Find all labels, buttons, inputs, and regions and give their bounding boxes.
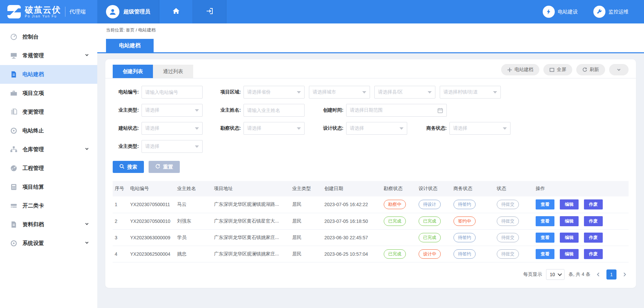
wrench-icon bbox=[593, 6, 605, 18]
search-button[interactable]: 搜索 bbox=[113, 161, 144, 173]
per-page-label: 每页显示 bbox=[523, 271, 542, 278]
sidebar-item-station-archive[interactable]: 电站建档 bbox=[0, 65, 97, 84]
sidebar-item-console[interactable]: 控制台 bbox=[0, 27, 97, 46]
pagination: 每页显示 10 条, 共 4 条 1 bbox=[105, 262, 636, 288]
owner-type2-select[interactable]: 请选择 bbox=[142, 140, 203, 153]
owner-name-input[interactable] bbox=[244, 104, 305, 117]
chevron-down-icon bbox=[616, 67, 621, 72]
view-button[interactable]: 查看 bbox=[536, 249, 554, 259]
collapse-toolbar-button[interactable] bbox=[609, 64, 629, 75]
sidebar-item-change-mgmt[interactable]: 变更管理 bbox=[0, 103, 97, 121]
home-button[interactable] bbox=[159, 0, 193, 23]
home-icon bbox=[172, 7, 180, 16]
void-button[interactable]: 作废 bbox=[584, 199, 603, 209]
refresh-button[interactable]: 刷新 bbox=[576, 64, 605, 75]
date-range-input[interactable]: 请选择日期范围 bbox=[346, 104, 447, 117]
page-tab-station-archive[interactable]: 电站建档 bbox=[106, 39, 154, 52]
design-status-select[interactable]: 请选择 bbox=[346, 122, 407, 135]
status-badge: 待签约 bbox=[453, 233, 476, 242]
sidebar-item-data-archive[interactable]: 资料归档 bbox=[0, 215, 97, 234]
station-no-label: 电站编号: bbox=[113, 89, 139, 95]
void-button[interactable]: 作废 bbox=[584, 233, 603, 243]
station-no-input[interactable] bbox=[142, 86, 203, 99]
owner-type2-label: 业主类型: bbox=[113, 143, 139, 149]
add-station-button[interactable]: 电站建档 bbox=[501, 64, 539, 75]
province-select[interactable]: 请选择省份 bbox=[244, 86, 305, 99]
status-badge: 已完成 bbox=[419, 217, 441, 226]
nav-monitor-ops[interactable]: 监控运维 bbox=[593, 0, 629, 23]
status-badge: 待签约 bbox=[453, 200, 476, 209]
filter-actions: 搜索 重置 bbox=[105, 158, 636, 174]
header-spacer bbox=[226, 0, 543, 23]
tab-create-list[interactable]: 创建列表 bbox=[113, 65, 153, 78]
stop-circle-icon bbox=[10, 127, 17, 134]
void-button[interactable]: 作废 bbox=[584, 249, 603, 259]
gauge-icon bbox=[10, 165, 17, 172]
sidebar-item-class2-card[interactable]: 开二类卡 bbox=[0, 196, 97, 215]
city-select[interactable]: 请选择城市 bbox=[309, 86, 370, 99]
logout-button[interactable] bbox=[193, 0, 226, 23]
status-badge: 待签约 bbox=[453, 249, 476, 259]
fullscreen-button[interactable]: 全屏 bbox=[543, 64, 572, 75]
fullscreen-icon bbox=[549, 67, 554, 72]
status-badge: 已完成 bbox=[384, 249, 406, 259]
sidebar-item-warehouse[interactable]: 仓库管理 bbox=[0, 140, 97, 159]
table-row: 2 YX2023070500010 刘强东 广东深圳龙华区黄石镇星官大... 居… bbox=[113, 213, 629, 229]
build-status-select[interactable]: 请选择 bbox=[142, 122, 203, 135]
sidebar-item-station-terminate[interactable]: 电站终止 bbox=[0, 121, 97, 140]
calculator-icon bbox=[10, 183, 17, 191]
view-button[interactable]: 查看 bbox=[536, 216, 554, 226]
tab-passed-list[interactable]: 通过列表 bbox=[153, 65, 193, 78]
next-page-button[interactable] bbox=[621, 272, 629, 277]
reset-button[interactable]: 重置 bbox=[149, 161, 180, 173]
edit-button[interactable]: 编辑 bbox=[560, 233, 579, 243]
logo-subtitle: Po Jian Yun Fu bbox=[25, 14, 61, 18]
per-page-select[interactable]: 10 bbox=[546, 269, 565, 280]
caret-down-icon bbox=[297, 91, 301, 94]
status-badge: 签约中 bbox=[453, 217, 476, 226]
sidebar-item-system-settings[interactable]: 系统设置 bbox=[0, 234, 97, 253]
refresh-icon bbox=[582, 67, 587, 72]
user-menu[interactable]: 超级管理员 bbox=[97, 0, 159, 23]
document-icon bbox=[10, 71, 17, 78]
survey-status-select[interactable]: 请选择 bbox=[244, 122, 305, 135]
caret-down-icon bbox=[195, 127, 199, 130]
town-select[interactable]: 请选择村镇/街道 bbox=[440, 86, 501, 99]
bolt-icon bbox=[543, 6, 555, 18]
page-tab-strip: 电站建档 bbox=[97, 37, 644, 53]
caret-down-icon bbox=[297, 127, 301, 130]
edit-button[interactable]: 编辑 bbox=[560, 249, 579, 259]
total-label: 条, 共 4 条 bbox=[569, 271, 590, 278]
chevron-down-icon bbox=[85, 222, 89, 228]
sidebar-item-project-setup[interactable]: 项目立项 bbox=[0, 84, 97, 103]
caret-down-icon bbox=[399, 127, 404, 130]
logo-text: 破茧云伏 Po Jian Yun Fu bbox=[25, 5, 61, 18]
table-header-row: 序号 电站编号 业主姓名 项目地址 业主类型 创建日期 勘察状态 设计状态 商务… bbox=[113, 181, 629, 196]
business-status-select[interactable]: 请选择 bbox=[449, 122, 511, 135]
edit-button[interactable]: 编辑 bbox=[560, 216, 579, 226]
owner-type-select[interactable]: 请选择 bbox=[142, 104, 203, 117]
sidebar-item-engineering[interactable]: 工程管理 bbox=[0, 159, 97, 178]
view-button[interactable]: 查看 bbox=[536, 199, 554, 209]
table-row: 4 YX2023062500004 姚忠 广东深圳龙华区观澜镇姚家庄... 居民… bbox=[113, 246, 629, 262]
caret-down-icon bbox=[503, 127, 507, 130]
user-name: 超级管理员 bbox=[123, 8, 150, 15]
nav-station-build-label: 电站建设 bbox=[558, 9, 578, 15]
page-1-button[interactable]: 1 bbox=[606, 269, 616, 280]
void-button[interactable]: 作废 bbox=[584, 216, 603, 226]
prev-page-button[interactable] bbox=[594, 272, 602, 277]
sidebar-item-settlement[interactable]: 项目结算 bbox=[0, 178, 97, 196]
sidebar-item-general-mgmt[interactable]: 常规管理 bbox=[0, 46, 97, 65]
nav-station-build[interactable]: 电站建设 bbox=[543, 0, 578, 23]
caret-down-icon bbox=[428, 91, 432, 94]
status-badge: 已完成 bbox=[384, 217, 406, 226]
county-select[interactable]: 请选择县/区 bbox=[374, 86, 435, 99]
view-button[interactable]: 查看 bbox=[536, 233, 554, 243]
status-badge: 待提交 bbox=[497, 249, 519, 259]
status-badge: 已完成 bbox=[419, 233, 441, 242]
edit-button[interactable]: 编辑 bbox=[560, 199, 579, 209]
logo-title: 破茧云伏 bbox=[25, 5, 61, 15]
sidebar: 控制台 常规管理 电站建档 项目立项 变更 bbox=[0, 23, 97, 308]
dashboard-icon bbox=[10, 33, 17, 41]
status-badge: 待提交 bbox=[497, 217, 519, 226]
